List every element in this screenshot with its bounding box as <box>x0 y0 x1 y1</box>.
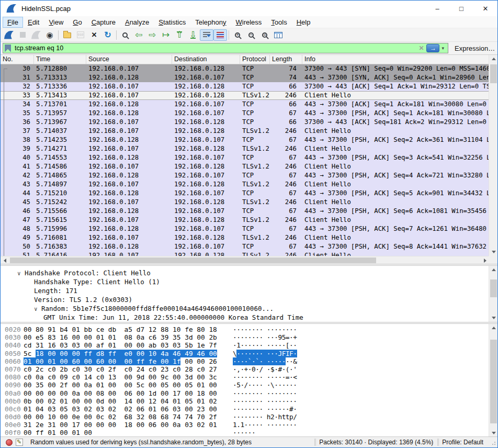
hex-row-00f0[interactable]: 00f000 ff 01 00 01 00······ <box>5 429 497 436</box>
zoom-in-button[interactable]: + <box>231 29 244 41</box>
hex-row-0030[interactable]: 003000 e5 83 16 00 00 01 01 08 0a c6 39 … <box>5 333 497 341</box>
column-header-source[interactable]: Source <box>86 55 172 64</box>
reload-file-button[interactable]: ↻ <box>101 29 115 41</box>
hex-bytes[interactable]: 00 00 10 00 0e 00 0c 02 68 32 08 68 74 7… <box>24 413 225 421</box>
vscroll-thumb[interactable] <box>490 64 497 83</box>
hex-bytes[interactable]: 00 80 91 b4 01 bb ce db a5 d7 12 88 10 f… <box>24 326 225 333</box>
detail-line[interactable]: ∨Random: 5b1e7f5c18000000ffd8ffe000104a4… <box>1 304 497 313</box>
scroll-up-arrow[interactable] <box>489 324 497 332</box>
hex-bytes[interactable]: 31 2e 31 00 17 00 00 00 18 00 06 00 0a 0… <box>24 421 225 429</box>
capture-comment-icon[interactable] <box>16 439 23 446</box>
menu-file[interactable]: File <box>3 17 23 28</box>
scroll-up-arrow[interactable] <box>489 55 498 63</box>
hex-row-0070[interactable]: 0070c0 2c c0 2b c0 30 c0 2f c0 24 c0 23 … <box>5 365 497 373</box>
packet-list-hscrollbar[interactable] <box>1 256 490 264</box>
hex-ascii[interactable]: ·,·+·0·/ ·$·#·(·' <box>233 365 297 373</box>
hex-bytes[interactable]: 00 ff 01 00 01 00 <box>24 429 225 436</box>
column-header-destination[interactable]: Destination <box>172 55 240 64</box>
bytes-vscrollbar[interactable] <box>489 324 497 437</box>
hex-row-00c0[interactable]: 00c001 04 03 05 03 02 03 02 02 06 01 06 … <box>5 405 497 413</box>
hex-ascii[interactable]: ········ ········ <box>233 397 297 405</box>
menu-view[interactable]: View <box>44 17 68 28</box>
packet-row-51[interactable]: 515.716416192.168.0.107192.168.0.128TLSv… <box>1 251 490 256</box>
resize-columns-button[interactable] <box>271 29 285 41</box>
packet-row-31[interactable]: 315.713313192.168.0.128192.168.0.107TCP7… <box>1 73 490 82</box>
menu-analyze[interactable]: Analyze <box>120 17 154 28</box>
hex-row-0050[interactable]: 00505c 18 00 00 00 ff d8 ff e0 00 10 4a … <box>5 350 497 357</box>
packet-row-47[interactable]: 475.715615192.168.0.107192.168.0.128TLSv… <box>1 216 490 225</box>
scroll-left-arrow[interactable] <box>1 256 9 264</box>
detail-line[interactable]: Version: TLS 1.2 (0x0303) <box>1 295 497 304</box>
hex-row-0020[interactable]: 002000 80 91 b4 01 bb ce db a5 d7 12 88 … <box>5 326 497 333</box>
filter-clear-icon[interactable]: ✕ <box>416 44 426 52</box>
display-filter-input[interactable]: tcp.stream eq 10 ✕ → ▾ <box>3 43 448 53</box>
menu-help[interactable]: Help <box>292 17 315 28</box>
hex-bytes[interactable]: 01 00 01 00 60 00 60 00 00 ff fe 00 1f 0… <box>24 357 225 365</box>
start-capture-button[interactable] <box>2 29 16 41</box>
hex-row-0090[interactable]: 009000 35 00 2f 00 0a 01 00 00 5c 00 05 … <box>5 381 497 389</box>
find-packet-button[interactable] <box>118 29 132 41</box>
detail-line[interactable]: ∨Handshake Protocol: Client Hello <box>1 268 497 277</box>
menu-capture[interactable]: Capture <box>87 17 120 28</box>
zoom-100-button[interactable]: = <box>258 29 271 41</box>
hex-ascii[interactable]: ·1······ ·····[·· <box>233 341 297 349</box>
hex-bytes[interactable]: 00 e5 83 16 00 00 01 01 08 0a c6 39 35 3… <box>24 333 225 341</box>
packet-row-48[interactable]: 485.715996192.168.0.128192.168.0.107TCP6… <box>1 225 490 233</box>
hex-ascii[interactable]: 1.1····· ········ <box>233 421 297 429</box>
packet-row-41[interactable]: 415.714586192.168.0.107192.168.0.128TLSv… <box>1 162 490 171</box>
hex-row-0060[interactable]: 006001 00 01 00 60 00 60 00 00 ff fe 00 … <box>5 357 497 365</box>
hex-bytes[interactable]: c0 0a c0 09 c0 14 c0 13 00 9d 00 9c 00 3… <box>24 373 225 381</box>
packet-row-34[interactable]: 345.713701192.168.0.128192.168.0.107TCP6… <box>1 100 490 109</box>
hex-bytes[interactable]: c0 2c c0 2b c0 30 c0 2f c0 24 c0 23 c0 2… <box>24 365 225 373</box>
zoom-out-button[interactable]: − <box>244 29 258 41</box>
hex-ascii[interactable]: ········ ········ <box>233 326 297 333</box>
packet-row-38[interactable]: 385.714235192.168.0.128192.168.0.107TCP6… <box>1 136 490 144</box>
hex-ascii[interactable]: ····`·`· ·······& <box>233 357 297 365</box>
packet-row-42[interactable]: 425.714865192.168.0.128192.168.0.107TCP6… <box>1 171 490 180</box>
go-to-packet-button[interactable]: ↦ <box>159 29 173 41</box>
menu-tools[interactable]: Tools <box>266 17 291 28</box>
hex-bytes[interactable]: 00 35 00 2f 00 0a 01 00 00 5c 00 05 00 0… <box>24 381 225 389</box>
colorize-button[interactable] <box>213 29 227 41</box>
column-header-no[interactable]: No. <box>1 55 34 64</box>
expander-icon[interactable]: ∨ <box>34 305 41 313</box>
hex-bytes[interactable]: cd 31 16 03 03 00 af 01 00 00 ab 03 03 5… <box>24 341 225 349</box>
hex-row-0040[interactable]: 0040cd 31 16 03 03 00 af 01 00 00 ab 03 … <box>5 341 497 349</box>
column-header-protocol[interactable]: Protocol <box>240 55 270 64</box>
hscroll-thumb[interactable] <box>10 257 376 263</box>
hex-bytes[interactable]: 00 00 00 00 0a 00 08 00 06 00 1d 00 17 0… <box>24 389 225 397</box>
column-header-time[interactable]: Time <box>34 55 86 64</box>
hex-bytes[interactable]: 5c 18 00 00 00 ff d8 ff e0 00 10 4a 46 4… <box>24 350 225 357</box>
menu-go[interactable]: Go <box>68 17 86 28</box>
hex-row-00a0[interactable]: 00a000 00 00 00 0a 00 08 00 06 00 1d 00 … <box>5 389 497 397</box>
column-header-length[interactable]: Length <box>270 55 302 64</box>
auto-scroll-button[interactable] <box>200 29 213 41</box>
detail-line[interactable]: Handshake Type: Client Hello (1) <box>1 277 497 286</box>
maximize-button[interactable]: □ <box>449 1 473 16</box>
filter-apply-button[interactable]: → <box>426 44 439 52</box>
resize-grip[interactable] <box>491 441 496 446</box>
hex-bytes[interactable]: 01 04 03 05 03 02 03 02 02 06 01 06 03 0… <box>24 405 225 413</box>
packet-list-vscrollbar[interactable] <box>489 55 497 256</box>
hex-ascii[interactable]: ········ h2·http/ <box>233 413 297 421</box>
go-last-button[interactable]: ⇩ <box>186 29 200 41</box>
scroll-down-arrow[interactable] <box>489 314 497 322</box>
hex-row-00d0[interactable]: 00d000 00 10 00 0e 00 0c 02 68 32 08 68 … <box>5 413 497 421</box>
hex-ascii[interactable]: ········ ······#· <box>233 405 297 413</box>
hex-bytes[interactable]: 0b 00 02 01 00 00 0d 00 14 00 12 04 01 0… <box>24 397 225 405</box>
packet-row-44[interactable]: 445.715210192.168.0.128192.168.0.107TCP6… <box>1 189 490 198</box>
close-file-button[interactable]: ✕ <box>87 29 101 41</box>
hex-ascii[interactable]: \······· ···JFIF· <box>233 350 297 357</box>
open-file-button[interactable] <box>60 29 74 41</box>
expander-icon[interactable]: ∨ <box>17 269 25 278</box>
packet-row-50[interactable]: 505.716383192.168.0.128192.168.0.107TCP6… <box>1 242 490 251</box>
filter-text[interactable]: tcp.stream eq 10 <box>15 44 416 52</box>
packet-row-36[interactable]: 365.713967192.168.0.107192.168.0.128TCP6… <box>1 118 490 127</box>
minimize-button[interactable]: – <box>425 1 449 16</box>
menu-statistics[interactable]: Statistics <box>154 17 190 28</box>
detail-line[interactable]: GMT Unix Time: Jun 11, 2018 22:55:40.000… <box>1 313 497 322</box>
expression-button[interactable]: Expression… <box>455 44 495 52</box>
close-button[interactable]: ✕ <box>473 1 497 16</box>
scroll-down-arrow[interactable] <box>489 248 498 256</box>
packet-row-35[interactable]: 355.713957192.168.0.128192.168.0.107TCP6… <box>1 109 490 118</box>
